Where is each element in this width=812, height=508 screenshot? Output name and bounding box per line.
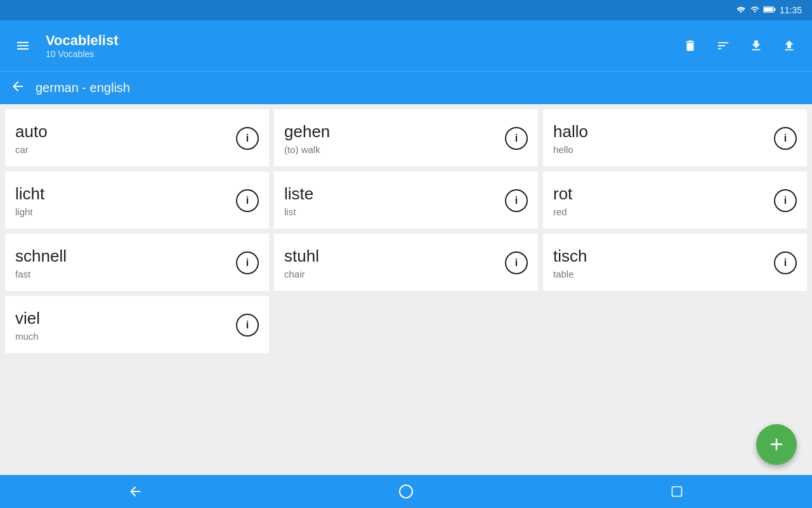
vocab-card[interactable]: gehen (to) walk i <box>274 109 538 166</box>
filter-button[interactable] <box>710 33 736 58</box>
vocab-translation: red <box>553 206 769 217</box>
info-button[interactable]: i <box>774 189 797 212</box>
vocab-word: gehen <box>284 122 500 142</box>
vocab-card[interactable]: viel much i <box>5 296 269 353</box>
app-bar: Vocablelist 10 Vocables <box>0 20 812 71</box>
vocab-text-group: viel much <box>15 309 231 342</box>
back-button[interactable] <box>10 79 25 98</box>
app-bar-actions <box>678 33 802 58</box>
vocab-text-group: tisch table <box>553 246 769 279</box>
vocab-word: rot <box>553 184 769 204</box>
vocab-word: viel <box>15 309 231 328</box>
info-button[interactable]: i <box>505 189 528 212</box>
vocab-card[interactable]: hallo hello i <box>543 109 807 166</box>
vocab-word: hallo <box>553 122 769 142</box>
vocab-card[interactable]: auto car i <box>5 109 269 166</box>
vocab-word: tisch <box>553 246 769 266</box>
app-bar-title-group: Vocablelist 10 Vocables <box>46 32 667 59</box>
menu-button[interactable] <box>10 33 36 58</box>
battery-icon <box>763 5 776 16</box>
vocab-card[interactable]: tisch table i <box>543 234 807 291</box>
info-button[interactable]: i <box>774 251 797 274</box>
status-time: 11:35 <box>780 5 802 15</box>
vocab-text-group: licht light <box>15 184 231 217</box>
nav-back-button[interactable] <box>116 479 154 504</box>
vocab-card[interactable]: schnell fast i <box>5 234 269 291</box>
vocab-card[interactable]: licht light i <box>5 171 269 229</box>
svg-rect-4 <box>672 487 681 497</box>
app-subtitle: 10 Vocables <box>46 49 667 59</box>
vocab-translation: (to) walk <box>284 144 500 155</box>
delete-button[interactable] <box>678 33 703 58</box>
info-button[interactable]: i <box>505 127 528 150</box>
vocab-text-group: hallo hello <box>553 122 769 155</box>
signal-icon <box>750 5 759 16</box>
vocab-text-group: gehen (to) walk <box>284 122 500 155</box>
svg-rect-2 <box>764 7 773 11</box>
vocab-card[interactable]: liste list i <box>274 171 538 229</box>
add-vocab-button[interactable]: + <box>756 424 797 465</box>
info-button[interactable]: i <box>236 189 259 212</box>
info-button[interactable]: i <box>774 127 797 150</box>
svg-rect-1 <box>774 8 775 10</box>
app-title: Vocablelist <box>46 32 667 49</box>
nav-home-button[interactable] <box>387 479 425 504</box>
vocab-word: auto <box>15 122 231 142</box>
download-button[interactable] <box>743 33 769 58</box>
vocab-text-group: rot red <box>553 184 769 217</box>
vocab-word: schnell <box>15 246 231 266</box>
add-icon: + <box>769 431 783 458</box>
info-button[interactable]: i <box>236 314 259 337</box>
language-label: german - english <box>36 81 130 95</box>
vocab-text-group: liste list <box>284 184 500 217</box>
vocab-translation: table <box>553 269 769 279</box>
vocab-grid: auto car i gehen (to) walk i hallo hello… <box>0 104 812 475</box>
vocab-translation: list <box>284 206 500 217</box>
svg-point-3 <box>400 485 412 498</box>
vocab-translation: hello <box>553 144 769 155</box>
upload-button[interactable] <box>776 33 802 58</box>
info-button[interactable]: i <box>236 251 259 274</box>
vocab-translation: fast <box>15 269 231 279</box>
vocab-translation: chair <box>284 269 500 279</box>
status-bar: 11:35 <box>0 0 812 20</box>
vocab-card[interactable]: stuhl chair i <box>274 234 538 291</box>
vocab-translation: car <box>15 144 231 155</box>
nav-recents-button[interactable] <box>658 479 696 504</box>
vocab-word: licht <box>15 184 231 204</box>
vocab-text-group: stuhl chair <box>284 246 500 279</box>
vocab-card[interactable]: rot red i <box>543 171 807 229</box>
vocab-text-group: schnell fast <box>15 246 231 279</box>
bottom-nav <box>0 475 812 508</box>
info-button[interactable]: i <box>505 251 528 274</box>
fab-container: + <box>756 424 797 465</box>
vocab-translation: much <box>15 331 231 342</box>
vocab-word: stuhl <box>284 246 500 266</box>
wifi-icon <box>735 5 747 16</box>
info-button[interactable]: i <box>236 127 259 150</box>
vocab-translation: light <box>15 206 231 217</box>
vocab-word: liste <box>284 184 500 204</box>
vocab-text-group: auto car <box>15 122 231 155</box>
sub-bar: german - english <box>0 71 812 104</box>
